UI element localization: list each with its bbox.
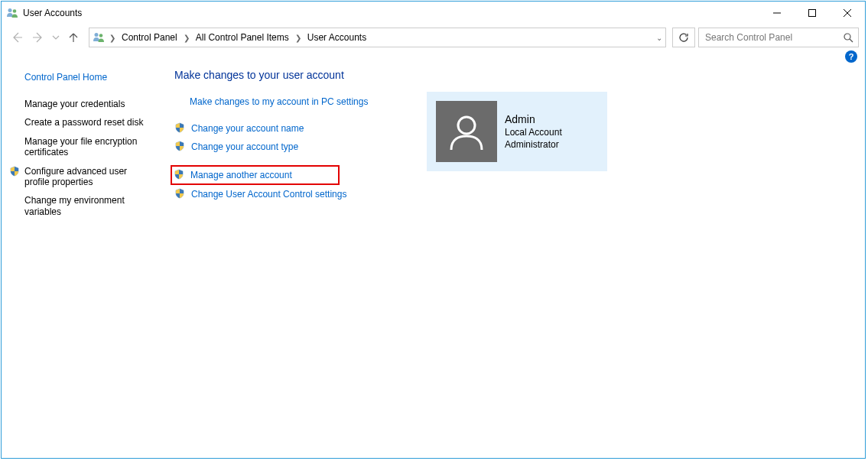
svg-point-6 <box>458 117 475 134</box>
svg-point-0 <box>8 8 12 12</box>
svg-point-4 <box>99 34 103 37</box>
link-manage-another-account[interactable]: Manage another account <box>174 167 292 183</box>
close-button[interactable] <box>830 2 865 24</box>
action-label: Change your account name <box>191 123 304 134</box>
sidebar-item-credentials[interactable]: Manage your credentials <box>11 95 151 113</box>
action-label: Make changes to my account in PC setting… <box>190 96 368 107</box>
breadcrumb-user-accounts[interactable]: User Accounts <box>306 32 368 43</box>
minimize-button[interactable] <box>759 2 795 24</box>
location-icon <box>93 31 105 44</box>
svg-rect-2 <box>809 10 816 17</box>
shield-icon <box>174 188 187 200</box>
search-input[interactable] <box>704 31 843 44</box>
refresh-button[interactable] <box>672 28 695 47</box>
link-uac-settings[interactable]: Change User Account Control settings <box>174 185 865 203</box>
page-heading: Make changes to your user account <box>174 69 865 81</box>
svg-point-1 <box>13 9 17 13</box>
app-icon <box>6 7 18 19</box>
account-type: Local Account <box>505 127 562 138</box>
address-dropdown[interactable]: ⌄ <box>656 34 662 42</box>
titlebar: User Accounts <box>2 2 865 24</box>
sidebar-item-label: Create a password reset disk <box>24 117 143 128</box>
control-panel-home-link[interactable]: Control Panel Home <box>11 69 151 86</box>
avatar <box>436 101 497 162</box>
action-label: Change User Account Control settings <box>191 189 346 200</box>
action-label: Manage another account <box>190 170 292 180</box>
account-name: Admin <box>505 113 562 125</box>
main-content: Make changes to your user account Make c… <box>161 64 865 458</box>
breadcrumb-all-items[interactable]: All Control Panel Items <box>194 32 291 43</box>
search-icon <box>843 32 853 43</box>
address-bar[interactable]: ❯ Control Panel ❯ All Control Panel Item… <box>89 28 666 47</box>
sidebar-item-file-encryption[interactable]: Manage your file encryption certificates <box>11 132 151 162</box>
sidebar-item-environment-vars[interactable]: Change my environment variables <box>11 191 151 221</box>
sidebar-item-label: Change my environment variables <box>24 195 125 216</box>
recent-locations-dropdown[interactable] <box>50 28 61 47</box>
sidebar-item-password-reset[interactable]: Create a password reset disk <box>11 113 151 131</box>
maximize-button[interactable] <box>795 2 830 24</box>
svg-point-3 <box>95 33 99 37</box>
window-controls <box>759 2 865 24</box>
account-info: Admin Local Account Administrator <box>505 113 562 150</box>
chevron-right-icon[interactable]: ❯ <box>294 34 303 42</box>
shield-icon <box>174 169 186 181</box>
chevron-right-icon[interactable]: ❯ <box>108 34 117 42</box>
shield-icon <box>174 122 187 135</box>
window-frame: User Accounts <box>1 1 866 459</box>
forward-button[interactable] <box>29 28 47 47</box>
breadcrumb-control-panel[interactable]: Control Panel <box>120 32 179 43</box>
search-box[interactable] <box>698 28 859 47</box>
sidebar: Control Panel Home Manage your credentia… <box>2 64 161 458</box>
svg-point-5 <box>844 34 850 40</box>
nav-toolbar: ❯ Control Panel ❯ All Control Panel Item… <box>2 24 865 50</box>
content-body: Control Panel Home Manage your credentia… <box>2 64 865 458</box>
sidebar-item-label: Manage your file encryption certificates <box>24 136 137 157</box>
sidebar-item-label: Manage your credentials <box>24 99 125 109</box>
shield-icon <box>174 141 187 153</box>
sidebar-item-label: Configure advanced user profile properti… <box>24 166 127 187</box>
help-row: ? <box>2 50 865 64</box>
back-button[interactable] <box>8 28 26 47</box>
action-label: Change your account type <box>191 141 298 152</box>
account-tile[interactable]: Admin Local Account Administrator <box>427 92 607 171</box>
sidebar-item-advanced-profile[interactable]: Configure advanced user profile properti… <box>11 162 151 192</box>
up-button[interactable] <box>64 28 83 47</box>
window-title: User Accounts <box>23 8 759 18</box>
chevron-right-icon[interactable]: ❯ <box>182 34 191 42</box>
shield-icon <box>9 166 20 177</box>
account-role: Administrator <box>505 139 562 150</box>
help-icon[interactable]: ? <box>845 50 857 63</box>
